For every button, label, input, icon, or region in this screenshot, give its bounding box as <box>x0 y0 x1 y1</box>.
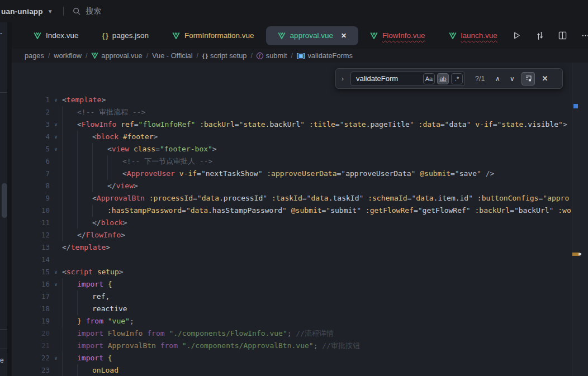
code-token: ApprovalBtn <box>97 194 145 202</box>
code-token: view <box>116 182 134 190</box>
find-input[interactable]: validateForm Aa ab .* <box>350 72 465 86</box>
code-token: < <box>122 169 127 178</box>
json-icon: { } <box>102 32 108 40</box>
chevron-down-icon[interactable]: ▼ <box>48 8 53 15</box>
fold-chevron-icon[interactable]: ∨ <box>50 352 62 364</box>
code-token <box>195 120 200 128</box>
fold-gutter <box>50 168 62 180</box>
breadcrumb-item-pages[interactable]: pages <box>25 51 44 60</box>
breadcrumb-item-script-setup[interactable]: { }script setup <box>202 51 247 60</box>
indent-guide <box>77 143 78 155</box>
more-actions-button[interactable] <box>578 28 588 44</box>
indent-guide <box>62 315 63 327</box>
fold-chevron-icon[interactable]: ∨ <box>50 118 62 131</box>
close-tab-icon[interactable]: ✕ <box>341 32 347 40</box>
code-token: " <box>467 120 471 128</box>
breadcrumb-item-workflow[interactable]: workflow <box>54 51 82 60</box>
tab-pages.json[interactable]: { }pages.json <box>91 26 161 45</box>
tab-launch.vue[interactable]: launch.vue <box>437 26 509 45</box>
sidebar-scrollbar-thumb[interactable] <box>2 183 7 218</box>
code-token: from <box>86 317 103 325</box>
code-token: ; <box>287 329 292 337</box>
fold-chevron-icon[interactable]: ∨ <box>50 94 62 106</box>
tab-flowinfo.vue[interactable]: FlowInfo.vue <box>358 26 437 45</box>
vue-icon <box>278 32 286 39</box>
split-editor-button[interactable] <box>555 28 571 44</box>
overview-ruler[interactable] <box>572 63 588 376</box>
code-token <box>178 341 182 350</box>
line-number: 4 <box>12 131 50 143</box>
breadcrumb-item-vue-official[interactable]: Vue - Official <box>152 51 193 60</box>
code-line-22: 22∨import { <box>12 352 572 364</box>
code-line-21: 21import ApprovalBtn from "./components/… <box>12 340 572 352</box>
breadcrumb-label: submit <box>266 51 287 60</box>
code-token: .backUrl <box>265 120 301 128</box>
code-token <box>103 329 108 337</box>
code-line-5: 5∨<view class="footer-box"> <box>12 143 572 155</box>
project-name[interactable]: uan-uniapp <box>0 7 43 16</box>
code-token: =" <box>440 120 449 128</box>
next-match-button[interactable]: ∨ <box>507 75 517 83</box>
indent-guide <box>62 131 63 143</box>
code-token: :data <box>419 120 440 128</box>
line-number: 10 <box>12 204 50 217</box>
fold-gutter <box>50 364 62 376</box>
code-token: </ <box>107 182 116 190</box>
editor-group: Index.vue{ }pages.jsonFormInformation.vu… <box>12 22 588 376</box>
command-center-search[interactable]: 搜索 <box>73 6 101 16</box>
code-token: appro <box>547 194 569 202</box>
find-widget: › validateForm Aa ab .* ?/1 ∧ ∨ ✕ <box>335 68 563 89</box>
fold-chevron-icon[interactable]: ∨ <box>50 131 62 143</box>
tab-label: FlowInfo.vue <box>382 31 425 40</box>
breadcrumb-item-submit[interactable]: ƒsubmit <box>257 51 287 60</box>
tab-approval.vue[interactable]: approval.vue✕ <box>266 26 358 45</box>
code-token: ref, <box>92 292 110 301</box>
run-button[interactable] <box>509 28 525 44</box>
code-token: " <box>468 194 473 202</box>
line-content: </template> <box>62 241 572 254</box>
fold-gutter <box>50 180 62 192</box>
code-token: :backUrl <box>200 120 235 128</box>
code-token: script <box>67 268 93 276</box>
indent-guide <box>107 155 108 168</box>
breadcrumb-item-validateforms[interactable]: [▣]validateForms <box>297 51 353 60</box>
code-token: @submit <box>291 206 322 215</box>
fold-chevron-icon[interactable]: ∨ <box>50 278 62 291</box>
code-token: template <box>71 243 106 251</box>
whole-word-toggle[interactable]: ab <box>437 73 449 84</box>
regex-toggle[interactable]: .* <box>451 73 463 84</box>
code-token: :buttonConfigs <box>477 194 539 202</box>
find-query-text[interactable]: validateForm <box>356 74 421 83</box>
code-token: > <box>134 182 138 190</box>
close-find-widget-button[interactable]: ✕ <box>542 74 548 83</box>
fold-gutter <box>50 155 62 168</box>
breadcrumb-separator: / <box>250 52 252 60</box>
line-number: 1 <box>12 94 50 106</box>
indent-guide <box>62 327 63 340</box>
toggle-replace-icon[interactable]: › <box>339 74 346 83</box>
code-token: state <box>344 120 366 128</box>
fold-chevron-icon[interactable]: ∨ <box>50 266 62 278</box>
code-editor[interactable]: › validateForm Aa ab .* ?/1 ∧ ∨ ✕ <box>12 63 588 376</box>
indent-guide <box>62 168 63 180</box>
line-number: 17 <box>12 291 50 303</box>
tab-forminformation.vue[interactable]: FormInformation.vue <box>160 26 266 45</box>
match-case-toggle[interactable]: Aa <box>423 73 435 84</box>
tab-index.vue[interactable]: Index.vue <box>22 26 91 45</box>
vue-icon <box>91 53 98 59</box>
find-in-selection-button[interactable] <box>521 72 535 85</box>
line-content: <template> <box>62 94 572 106</box>
braces-icon: { } <box>202 53 207 59</box>
fold-chevron-icon[interactable]: ∨ <box>50 143 62 155</box>
code-token: = <box>134 120 139 128</box>
previous-match-button[interactable]: ∧ <box>492 75 502 83</box>
breadcrumb-item-approval-vue[interactable]: approval.vue <box>91 51 142 60</box>
vue-icon <box>370 32 378 39</box>
code-token: .hasStampPassword <box>208 206 282 215</box>
compare-changes-button[interactable] <box>532 28 548 44</box>
indent-guide <box>62 229 63 241</box>
code-area[interactable]: 1∨<template>2<!-- 审批流程 -->3∨<FlowInfo re… <box>12 63 572 376</box>
code-token: :backUrl <box>475 206 510 215</box>
code-token: //流程详情 <box>296 329 334 337</box>
code-token: "./components/FlowInfo.vue" <box>169 329 287 337</box>
